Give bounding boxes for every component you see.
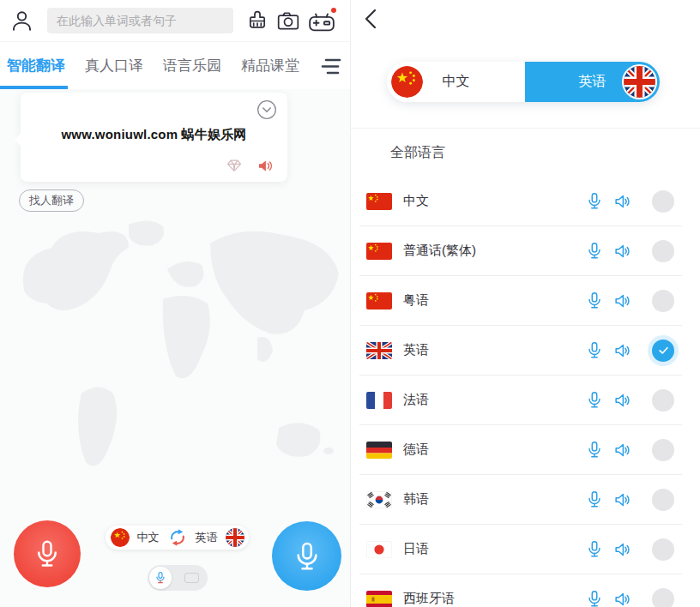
speaker-icon[interactable]: [256, 157, 275, 175]
translator-app: 智能翻译真人口译语言乐园精品课堂: [0, 0, 700, 607]
language-pair-bar: 中文 英语: [106, 526, 249, 550]
translate-content: www.woniuwl.com 蜗牛娱乐网 找人翻译: [0, 89, 350, 607]
camera-icon[interactable]: [276, 9, 300, 33]
language-flag-icon: [366, 541, 392, 558]
tab-4[interactable]: 精品课堂: [241, 42, 299, 89]
language-radio[interactable]: [652, 489, 674, 511]
clean-icon[interactable]: [245, 9, 269, 33]
language-select-panel: 中文 英语 全部语言 中文: [350, 0, 700, 607]
language-name: 英语: [403, 342, 429, 358]
language-flag-icon: [366, 193, 392, 210]
tab-2[interactable]: 真人口译: [85, 42, 143, 89]
speaker-icon[interactable]: [612, 590, 632, 607]
notification-dot: [331, 8, 336, 13]
china-flag-icon[interactable]: [111, 528, 130, 547]
language-list: 中文 普通话(繁体): [359, 177, 682, 607]
mic-icon[interactable]: [585, 490, 604, 509]
language-radio[interactable]: [652, 190, 674, 213]
language-radio[interactable]: [652, 240, 674, 262]
language-name: 普通话(繁体): [403, 243, 476, 259]
speaker-icon[interactable]: [612, 341, 632, 360]
language-name: 法语: [403, 392, 429, 408]
language-row[interactable]: 粤语: [359, 276, 682, 326]
speaker-icon[interactable]: [612, 540, 632, 559]
language-name: 德语: [403, 442, 429, 458]
toggle-knob[interactable]: [149, 567, 172, 589]
language-flag-icon: [366, 392, 392, 409]
selector-source-label: 中文: [387, 73, 525, 91]
language-pair-selector: 中文 英语: [387, 62, 660, 102]
tab-bar: 智能翻译真人口译语言乐园精品课堂: [0, 41, 350, 89]
language-row[interactable]: 德语: [359, 425, 682, 475]
language-radio[interactable]: [652, 389, 674, 412]
language-row[interactable]: 西班牙语: [359, 574, 682, 607]
selector-target-tab[interactable]: 英语: [525, 62, 660, 102]
language-name: 西班牙语: [403, 591, 455, 607]
language-radio[interactable]: [652, 290, 674, 312]
language-flag-icon: [366, 292, 392, 310]
language-row[interactable]: 普通话(繁体): [359, 226, 682, 276]
language-radio[interactable]: [652, 340, 674, 362]
mic-icon[interactable]: [585, 291, 604, 310]
divider: [351, 128, 700, 129]
section-title: 全部语言: [390, 144, 445, 162]
sort-menu-icon[interactable]: [320, 57, 342, 76]
speaker-icon[interactable]: [612, 391, 632, 410]
language-radio[interactable]: [652, 588, 674, 607]
find-translator-button[interactable]: 找人翻译: [19, 189, 84, 212]
mic-icon[interactable]: [585, 191, 604, 211]
selector-source-tab[interactable]: 中文: [387, 62, 525, 102]
source-language-label: 中文: [137, 530, 160, 545]
main-translate-panel: 智能翻译真人口译语言乐园精品课堂: [0, 0, 350, 607]
speaker-icon[interactable]: [612, 291, 632, 310]
mic-icon[interactable]: [585, 440, 604, 460]
language-row[interactable]: 日语: [359, 525, 682, 574]
world-map: [0, 209, 350, 569]
search-input[interactable]: [47, 8, 233, 33]
tab-3[interactable]: 语言乐园: [163, 42, 221, 89]
mic-icon[interactable]: [585, 539, 604, 559]
blue-mic-button[interactable]: [272, 521, 341, 591]
language-name: 韩语: [403, 491, 429, 508]
language-row[interactable]: 英语: [359, 326, 682, 376]
target-language-label: 英语: [196, 530, 218, 545]
speaker-icon[interactable]: [612, 192, 632, 211]
profile-icon[interactable]: [10, 9, 33, 33]
keyboard-icon: [184, 573, 199, 583]
gem-icon[interactable]: [226, 157, 243, 174]
gamepad-icon[interactable]: [306, 9, 337, 34]
chevron-down-circle-icon[interactable]: [256, 99, 277, 120]
language-flag-icon: [366, 342, 392, 359]
language-flag-icon: [366, 491, 392, 508]
mic-icon[interactable]: [585, 340, 604, 360]
mic-icon[interactable]: [585, 390, 604, 410]
input-mode-toggle[interactable]: [148, 565, 208, 591]
language-name: 日语: [403, 541, 429, 557]
language-flag-icon: [366, 442, 392, 459]
mic-icon[interactable]: [585, 589, 604, 607]
topbar: [0, 0, 350, 41]
language-radio[interactable]: [652, 538, 674, 561]
tab-1[interactable]: 智能翻译: [7, 42, 65, 89]
language-row[interactable]: 韩语: [359, 475, 682, 525]
language-name: 粤语: [403, 292, 429, 309]
language-flag-icon: [366, 243, 392, 260]
speaker-icon[interactable]: [612, 490, 632, 509]
red-mic-button[interactable]: [14, 520, 81, 587]
uk-flag-icon[interactable]: [226, 528, 244, 547]
swap-arrows-icon[interactable]: [167, 527, 188, 548]
language-flag-icon: [366, 591, 392, 607]
speaker-icon[interactable]: [612, 441, 632, 460]
speaker-icon[interactable]: [612, 242, 632, 261]
translation-result-card: www.woniuwl.com 蜗牛娱乐网: [21, 93, 287, 182]
language-row[interactable]: 法语: [359, 376, 682, 425]
uk-flag-icon: [622, 64, 657, 99]
back-chevron-icon[interactable]: [361, 8, 382, 30]
translation-text: www.woniuwl.com 蜗牛娱乐网: [21, 127, 287, 143]
mic-icon[interactable]: [585, 241, 604, 261]
language-row[interactable]: 中文: [359, 177, 682, 226]
language-name: 中文: [403, 193, 429, 209]
language-radio[interactable]: [652, 439, 674, 461]
